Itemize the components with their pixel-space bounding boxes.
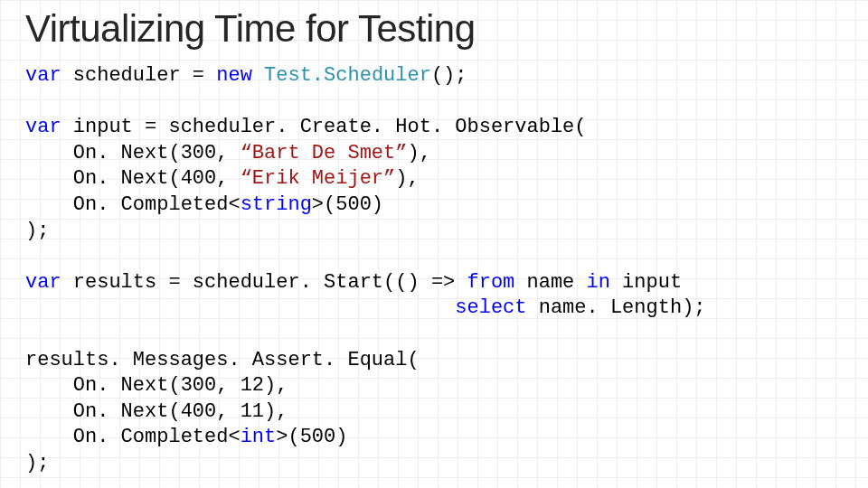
code-text: (); <box>431 64 467 87</box>
code-text: input = scheduler. Create. Hot. Observab… <box>61 116 587 138</box>
code-text: results = scheduler. Start(() => <box>61 271 467 294</box>
keyword-from: from <box>467 271 514 294</box>
string-literal: “Bart De Smet” <box>241 142 408 164</box>
code-text: On. Next(300, 12), <box>25 374 288 397</box>
keyword-select: select <box>455 296 526 319</box>
code-text: ), <box>395 167 419 190</box>
slide-content: Virtualizing Time for Testing var schedu… <box>0 0 868 477</box>
keyword-var: var <box>25 64 61 87</box>
code-text: name. Length); <box>527 296 706 319</box>
string-literal: “Erik Meijer” <box>241 167 396 190</box>
code-text: On. Next(400, <box>25 167 241 190</box>
keyword-var: var <box>25 271 61 294</box>
code-text: scheduler = <box>61 64 217 87</box>
code-text: On. Next(400, 11), <box>25 400 288 423</box>
code-text: ); <box>25 220 49 242</box>
slide-title: Virtualizing Time for Testing <box>25 7 843 51</box>
code-text: On. Next(300, <box>25 142 241 164</box>
keyword-var: var <box>25 116 61 138</box>
code-text: results. Messages. Assert. Equal( <box>25 349 420 371</box>
code-text: name <box>514 271 586 294</box>
code-text: ), <box>407 142 430 164</box>
code-block: var scheduler = new Test.Scheduler(); va… <box>25 63 843 477</box>
code-text: >(500) <box>312 193 383 216</box>
type-testscheduler: Test.Scheduler <box>264 64 431 87</box>
code-text: ); <box>25 452 49 474</box>
code-text: On. Completed< <box>25 193 241 216</box>
code-text: On. Completed< <box>25 426 241 448</box>
keyword-in: in <box>587 271 610 294</box>
code-text <box>25 296 455 319</box>
keyword-int: int <box>241 426 277 448</box>
keyword-string: string <box>241 193 312 216</box>
code-text: >(500) <box>276 426 347 448</box>
keyword-new: new <box>216 64 252 87</box>
code-text: input <box>610 271 682 294</box>
